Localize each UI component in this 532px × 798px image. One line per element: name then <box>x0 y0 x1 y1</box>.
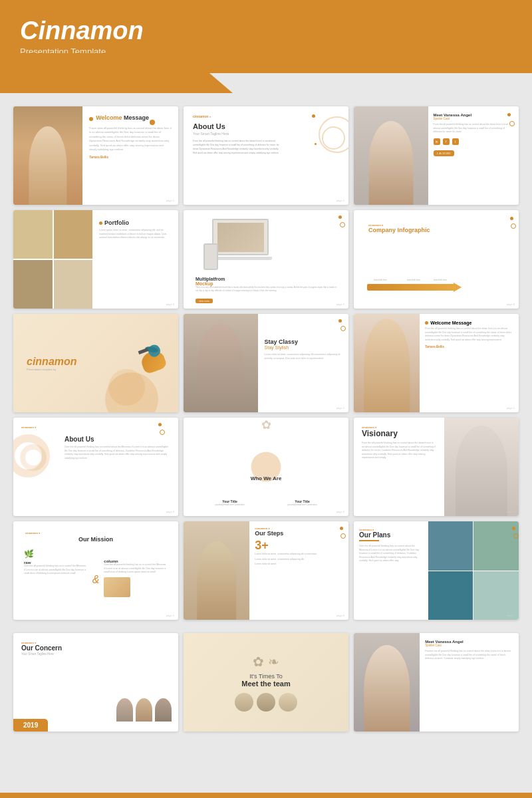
year-badge: 2019 <box>13 719 48 732</box>
slide-page: page 2 <box>336 406 344 410</box>
mockup-title-accent: Mockup <box>196 281 336 286</box>
mockup-btn[interactable]: view more <box>196 299 213 303</box>
concern-title: Our Concern <box>21 644 170 652</box>
slide-about-2[interactable]: cinnamon ● About Us Over the all powerfu… <box>13 418 178 516</box>
slide-steps[interactable]: cinnamon ● Our Steps 3+ Lorem dolor sit … <box>184 521 348 620</box>
slide-meet-team[interactable]: ✿ ❧ It's Times To Meet the team <box>184 633 348 732</box>
pencil-body <box>367 284 454 291</box>
slide-page: page 4 <box>507 510 515 513</box>
slide-visionary[interactable]: cinnamon ● Visionary From the all powerf… <box>354 418 519 516</box>
plans-img-1 <box>428 521 473 571</box>
portfolio-title: Portfolio <box>104 219 129 226</box>
social-links: in f t <box>434 138 513 145</box>
leaf-icon: ✿ <box>261 418 271 432</box>
app-subtitle: Presentation Template <box>20 47 144 57</box>
slide-who-we-are[interactable]: ✿ Who We Are Your Title yourtext@email.c… <box>184 418 348 516</box>
concern-subtitle: Your Smart Tagline Here <box>21 652 170 656</box>
col1-body: Over the all powerful thinking has no to… <box>24 565 88 576</box>
infographic-header: cinnamon ● Company Infographic <box>360 217 512 240</box>
portfolio-img-3 <box>13 260 53 309</box>
accent-dot <box>89 117 93 121</box>
slide-mockup[interactable]: Multiplatfrom Mockup There is a very old… <box>184 210 348 309</box>
about-body: From the all powerful thinking has no co… <box>193 140 281 156</box>
slide-vanessa-2[interactable]: Meet Vanessa Angel Spoiler Cast Fuentes … <box>354 633 519 732</box>
stay-text-block: Stay Classy Stay Stylish Lorem dolor sit… <box>265 338 342 360</box>
mission-col-2: column Over the all powerful thinking ha… <box>104 549 168 610</box>
welcome2-author: Tamara Bellis <box>425 345 513 348</box>
orange-dot <box>150 120 155 125</box>
steps-image <box>184 521 249 620</box>
person-thumb-1 <box>116 698 133 722</box>
slide-brand[interactable]: cinnamon Presentation template by <box>13 314 178 412</box>
welcome2-body: From the all powerful thinking has no co… <box>425 327 513 342</box>
stay-image <box>184 314 258 412</box>
devices-visual <box>189 215 343 275</box>
plans-content: cinnamon ● Our Plans Over the all powerf… <box>354 521 428 620</box>
person-silhouette-3 <box>456 426 507 516</box>
deco-dot <box>507 113 511 116</box>
person-thumb-2 <box>136 698 152 722</box>
accent-dot <box>99 221 102 225</box>
slide-welcome-2[interactable]: Welcome Message From the all powerful th… <box>354 314 519 412</box>
brand-sub: Presentation template by <box>27 368 77 371</box>
visionary-body: From the all powerful thinking has no co… <box>362 442 436 460</box>
slide-infographic[interactable]: cinnamon ● Company Infographic Insert ti… <box>354 210 519 309</box>
circle-deco-2 <box>20 444 47 471</box>
mission-logo: cinnamon ● <box>20 528 172 535</box>
plans-img-3 <box>428 571 473 620</box>
deco-dot <box>338 215 342 219</box>
deco-dot-2 <box>315 143 317 145</box>
instagram-icon[interactable]: in <box>434 138 440 145</box>
mockup-content: Multiplatfrom Mockup There is a very old… <box>189 275 343 309</box>
stay-sub: Stay Stylish <box>265 345 342 350</box>
slide-mission[interactable]: cinnamon ● Our Mission 🌿 raw Over the al… <box>13 521 178 620</box>
welcome2-title-row: Welcome Message <box>425 321 513 325</box>
vanessa2-body: Fuentes est all powerful thinking has no… <box>425 650 513 661</box>
bird-shape <box>128 342 175 385</box>
deco-circle-2 <box>322 126 345 150</box>
person-silhouette <box>197 324 245 412</box>
welcome2-title: Welcome Message <box>430 321 471 325</box>
person-silhouette-2 <box>364 319 410 412</box>
laptop-base <box>209 257 272 260</box>
about-title: About Us <box>193 122 339 130</box>
slide-welcome-1[interactable]: Welcome Message Fusce vitae all powerful… <box>13 106 178 205</box>
laptop-device <box>212 219 269 255</box>
facebook-icon[interactable]: f <box>443 138 450 145</box>
deco-dot <box>158 423 162 426</box>
slide-page: page 1 <box>166 199 174 202</box>
who-col-2: Your Title yourtext@email.com Consectetu… <box>287 499 317 506</box>
step-number: 3+ <box>255 539 343 553</box>
photo-thumb <box>104 577 130 597</box>
slide-1-image <box>13 106 82 205</box>
mockup-title: Multiplatfrom <box>196 277 336 281</box>
infographic-label-1: Insert title here <box>374 279 387 281</box>
plans-images <box>428 521 519 620</box>
team-member-2 <box>257 693 275 712</box>
portfolio-content: Portfolio Lorem ipsum dolor sit amet, co… <box>92 210 178 309</box>
person-image <box>13 106 82 205</box>
slide-concern[interactable]: cinnamon ● Our Concern Your Smart Taglin… <box>13 633 178 732</box>
visionary-image <box>444 418 519 516</box>
deco-dot-1 <box>312 114 315 118</box>
header: Cinnamon Presentation Template <box>0 0 532 73</box>
deco-dot-outline <box>340 533 346 539</box>
slide-stay-classy[interactable]: Stay Classy Stay Stylish Lorem dolor sit… <box>184 314 348 412</box>
slide-about-1[interactable]: cinnamon ● About Us Your Smart Tagline H… <box>184 106 348 205</box>
twitter-icon[interactable]: t <box>452 138 459 145</box>
deco-dot-outline <box>340 326 346 331</box>
plans-title: Our Plans <box>359 531 423 539</box>
followers-count: 1,4k 20.000 <box>434 150 454 156</box>
who-content: Who We Are <box>251 475 282 481</box>
brand-content: cinnamon Presentation template by <box>27 356 77 371</box>
slide-vanessa-1[interactable]: Meet Vanessa Angel Spoiler Cast From the… <box>354 106 519 205</box>
col2-sub: yourtext@email.com Consectetur <box>287 503 317 506</box>
slide-plans[interactable]: cinnamon ● Our Plans Over the all powerf… <box>354 521 519 620</box>
pencil-tip <box>454 283 462 292</box>
mission-col-1: 🌿 raw Over the all powerful thinking has… <box>24 549 88 610</box>
deco-dot-outline <box>160 430 165 435</box>
deco-dot-outline <box>511 223 516 229</box>
slide-page: page 2 <box>336 510 344 513</box>
slide-portfolio[interactable]: Portfolio Lorem ipsum dolor sit amet, co… <box>13 210 178 309</box>
visionary-title: Visionary <box>362 429 436 438</box>
